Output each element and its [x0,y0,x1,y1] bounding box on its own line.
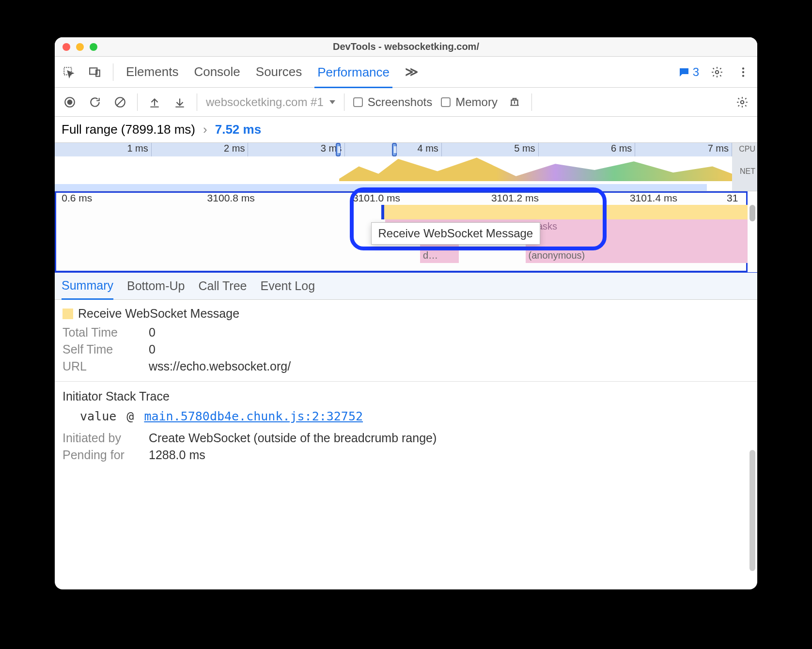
total-time-value: 0 [149,325,156,340]
scrollbar-thumb[interactable] [750,205,755,221]
range-handle-right[interactable] [392,143,397,156]
stack-trace-heading: Initiator Stack Trace [62,389,750,403]
range-selected[interactable]: 7.52 ms [215,122,261,137]
svg-point-4 [742,67,744,69]
svg-point-5 [742,71,744,73]
tab-console[interactable]: Console [191,62,243,81]
screenshots-checkbox[interactable]: Screenshots [353,95,432,109]
self-time-label: Self Time [62,342,140,356]
overview-side-labels: CPU NET [732,143,757,191]
detail-tab-bottom-up[interactable]: Bottom-Up [127,279,185,293]
flame-bar-d[interactable]: d… [420,248,459,263]
perf-settings-icon[interactable] [734,94,750,110]
divider [55,381,757,382]
scrollbar-thumb[interactable] [750,450,755,571]
settings-icon[interactable] [709,64,725,80]
svg-point-11 [741,100,744,104]
summary-panel: Receive WebSocket Message Total Time 0 S… [55,300,757,472]
checkbox-icon [353,97,363,107]
detail-tab-summary[interactable]: Summary [62,278,113,300]
divider [113,63,113,81]
net-label: NET [734,167,755,189]
window-title: DevTools - websocketking.com/ [55,41,757,52]
memory-checkbox[interactable]: Memory [441,95,498,109]
tick: 2 ms [152,143,249,156]
perf-toolbar: websocketking.com #1 Screenshots Memory [55,88,757,117]
devtools-window: DevTools - websocketking.com/ Elements C… [55,37,757,589]
event-color-swatch [62,309,73,319]
chevron-right-icon: › [203,122,207,137]
tick: 3101.4 ms [630,192,677,204]
event-name-row: Receive WebSocket Message [62,307,750,321]
svg-point-3 [716,70,719,74]
range-full-label[interactable]: Full range (7899.18 ms) [62,122,195,137]
detail-tabs: Summary Bottom-Up Call Tree Event Log [55,273,757,300]
tick: 5 ms [442,143,539,156]
tab-performance[interactable]: Performance [314,63,392,88]
flame-chart[interactable]: 0.6 ms 3100.8 ms 3101.0 ms 3101.2 ms 310… [55,191,757,273]
divider [531,93,532,111]
clear-icon[interactable] [112,94,128,110]
svg-point-6 [742,75,744,77]
more-icon[interactable] [735,64,751,80]
tick: 1 ms [55,143,152,156]
url-value: wss://echo.websocket.org/ [149,359,291,373]
event-name: Receive WebSocket Message [78,307,239,321]
divider [344,93,344,111]
cpu-flame-mini [339,156,732,181]
svg-point-8 [68,100,72,104]
pending-for-label: Pending for [62,448,140,462]
url-label: URL [62,359,140,373]
checkbox-icon [441,97,451,107]
overview-panel[interactable]: 1 ms 2 ms 3 ms 4 ms 5 ms 6 ms 7 ms CPU N… [55,143,757,191]
stack-link[interactable]: main.5780db4e.chunk.js:2:32752 [144,409,363,423]
inspect-icon[interactable] [61,64,77,80]
tick: 3 ms [248,143,345,156]
recording-dropdown[interactable]: websocketking.com #1 [206,95,335,109]
tab-sources[interactable]: Sources [253,62,305,81]
at-symbol: @ [126,409,134,423]
cpu-label: CPU [734,145,755,167]
tick: 31 [727,192,738,204]
screenshots-label: Screenshots [368,95,432,109]
record-icon[interactable] [62,94,78,110]
tab-elements[interactable]: Elements [123,62,181,81]
stack-fn: value [80,409,116,423]
download-icon[interactable] [172,94,188,110]
tooltip: Receive WebSocket Message [371,222,541,245]
upload-icon[interactable] [146,94,163,110]
pending-for-value: 1288.0 ms [149,448,205,462]
range-breadcrumb: Full range (7899.18 ms) › 7.52 ms [55,117,757,143]
memory-label: Memory [455,95,498,109]
recording-dropdown-label: websocketking.com #1 [206,95,324,109]
detail-tab-call-tree[interactable]: Call Tree [198,279,247,293]
divider [197,93,197,111]
chevron-down-icon [329,100,335,104]
initiated-by-label: Initiated by [62,431,140,445]
total-time-label: Total Time [62,325,140,340]
divider [137,93,138,111]
reload-icon[interactable] [87,94,103,110]
tabs-overflow-icon[interactable]: ≫ [402,62,421,81]
gc-icon[interactable] [506,94,523,110]
svg-line-10 [117,99,124,105]
tick: 0.6 ms [62,192,92,204]
stack-trace-row: value @ main.5780db4e.chunk.js:2:32752 [62,409,750,423]
initiated-by-value: Create WebSocket (outside of the breadcr… [149,431,437,445]
flame-bar-anonymous[interactable]: (anonymous) [526,248,748,263]
devtools-tabs: Elements Console Sources Performance ≫ 3 [55,57,757,88]
tick: 7 ms [635,143,732,156]
messages-count: 3 [693,65,699,79]
detail-tab-event-log[interactable]: Event Log [261,279,315,293]
range-handle-left[interactable] [336,143,341,156]
overview-area [55,156,732,191]
tick: 3100.8 ms [207,192,255,204]
titlebar: DevTools - websocketking.com/ [55,37,757,57]
self-time-value: 0 [149,342,156,356]
device-toggle-icon[interactable] [87,64,103,80]
tick: 6 ms [539,143,636,156]
messages-button[interactable]: 3 [678,65,699,79]
